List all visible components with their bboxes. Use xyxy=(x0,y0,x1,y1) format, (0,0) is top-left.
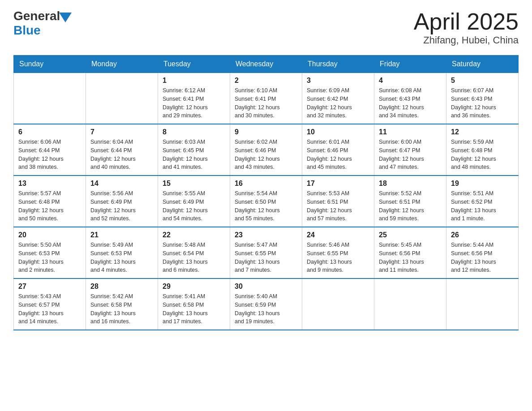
day-info: Sunrise: 6:04 AM Sunset: 6:44 PM Dayligh… xyxy=(90,138,153,171)
day-cell: 11Sunrise: 6:00 AM Sunset: 6:47 PM Dayli… xyxy=(374,124,446,176)
day-number: 13 xyxy=(18,180,81,188)
day-info: Sunrise: 5:46 AM Sunset: 6:55 PM Dayligh… xyxy=(307,241,369,274)
day-cell: 25Sunrise: 5:45 AM Sunset: 6:56 PM Dayli… xyxy=(374,227,446,278)
day-info: Sunrise: 5:44 AM Sunset: 6:56 PM Dayligh… xyxy=(451,241,514,274)
day-cell: 14Sunrise: 5:56 AM Sunset: 6:49 PM Dayli… xyxy=(86,176,158,227)
day-info: Sunrise: 5:54 AM Sunset: 6:50 PM Dayligh… xyxy=(235,189,297,223)
day-cell: 15Sunrise: 5:55 AM Sunset: 6:49 PM Dayli… xyxy=(158,176,230,227)
day-number: 3 xyxy=(307,77,369,85)
week-row-1: 1Sunrise: 6:12 AM Sunset: 6:41 PM Daylig… xyxy=(14,73,519,124)
week-row-4: 20Sunrise: 5:50 AM Sunset: 6:53 PM Dayli… xyxy=(14,227,519,278)
day-number: 29 xyxy=(163,283,225,291)
day-info: Sunrise: 5:55 AM Sunset: 6:49 PM Dayligh… xyxy=(163,189,225,223)
header-day-friday: Friday xyxy=(374,56,446,73)
day-number: 23 xyxy=(235,231,297,239)
day-number: 30 xyxy=(235,283,297,291)
day-info: Sunrise: 5:40 AM Sunset: 6:59 PM Dayligh… xyxy=(235,292,297,326)
header-day-wednesday: Wednesday xyxy=(230,56,302,73)
day-cell xyxy=(86,73,158,124)
logo-blue: Blue xyxy=(13,23,72,38)
day-info: Sunrise: 5:48 AM Sunset: 6:54 PM Dayligh… xyxy=(163,241,225,274)
day-info: Sunrise: 5:43 AM Sunset: 6:57 PM Dayligh… xyxy=(18,292,81,326)
day-number: 2 xyxy=(235,77,297,85)
day-info: Sunrise: 5:49 AM Sunset: 6:53 PM Dayligh… xyxy=(90,241,153,274)
calendar-subtitle: Zhifang, Hubei, China xyxy=(414,34,519,46)
day-cell: 18Sunrise: 5:52 AM Sunset: 6:51 PM Dayli… xyxy=(374,176,446,227)
calendar-header: SundayMondayTuesdayWednesdayThursdayFrid… xyxy=(14,56,519,73)
day-cell: 3Sunrise: 6:09 AM Sunset: 6:42 PM Daylig… xyxy=(302,73,374,124)
calendar-title: April 2025 xyxy=(414,9,519,34)
day-info: Sunrise: 5:45 AM Sunset: 6:56 PM Dayligh… xyxy=(379,241,442,274)
day-cell xyxy=(446,278,519,330)
calendar-body: 1Sunrise: 6:12 AM Sunset: 6:41 PM Daylig… xyxy=(14,73,519,330)
logo: General Blue xyxy=(13,9,72,38)
day-info: Sunrise: 6:07 AM Sunset: 6:43 PM Dayligh… xyxy=(451,86,514,120)
day-cell: 28Sunrise: 5:42 AM Sunset: 6:58 PM Dayli… xyxy=(86,278,158,330)
header-row: SundayMondayTuesdayWednesdayThursdayFrid… xyxy=(14,56,519,73)
day-number: 5 xyxy=(451,77,514,85)
day-cell: 10Sunrise: 6:01 AM Sunset: 6:46 PM Dayli… xyxy=(302,124,374,176)
day-info: Sunrise: 6:12 AM Sunset: 6:41 PM Dayligh… xyxy=(163,86,225,120)
day-number: 1 xyxy=(163,77,225,85)
day-cell: 30Sunrise: 5:40 AM Sunset: 6:59 PM Dayli… xyxy=(230,278,302,330)
title-block: April 2025 Zhifang, Hubei, China xyxy=(414,9,519,46)
day-number: 11 xyxy=(379,128,442,136)
day-number: 12 xyxy=(451,128,514,136)
day-cell: 5Sunrise: 6:07 AM Sunset: 6:43 PM Daylig… xyxy=(446,73,519,124)
day-number: 24 xyxy=(307,231,369,239)
day-cell: 19Sunrise: 5:51 AM Sunset: 6:52 PM Dayli… xyxy=(446,176,519,227)
day-cell: 8Sunrise: 6:03 AM Sunset: 6:45 PM Daylig… xyxy=(158,124,230,176)
day-cell: 4Sunrise: 6:08 AM Sunset: 6:43 PM Daylig… xyxy=(374,73,446,124)
day-info: Sunrise: 5:42 AM Sunset: 6:58 PM Dayligh… xyxy=(90,292,153,326)
day-cell xyxy=(302,278,374,330)
day-number: 20 xyxy=(18,231,81,239)
day-info: Sunrise: 5:51 AM Sunset: 6:52 PM Dayligh… xyxy=(451,189,514,223)
day-number: 8 xyxy=(163,128,225,136)
day-number: 16 xyxy=(235,180,297,188)
day-info: Sunrise: 6:08 AM Sunset: 6:43 PM Dayligh… xyxy=(379,86,442,120)
day-info: Sunrise: 5:50 AM Sunset: 6:53 PM Dayligh… xyxy=(18,241,81,274)
week-row-3: 13Sunrise: 5:57 AM Sunset: 6:48 PM Dayli… xyxy=(14,176,519,227)
day-cell: 17Sunrise: 5:53 AM Sunset: 6:51 PM Dayli… xyxy=(302,176,374,227)
day-number: 4 xyxy=(379,77,442,85)
calendar-table: SundayMondayTuesdayWednesdayThursdayFrid… xyxy=(13,55,519,330)
day-cell: 7Sunrise: 6:04 AM Sunset: 6:44 PM Daylig… xyxy=(86,124,158,176)
day-info: Sunrise: 6:01 AM Sunset: 6:46 PM Dayligh… xyxy=(307,138,369,171)
day-info: Sunrise: 5:57 AM Sunset: 6:48 PM Dayligh… xyxy=(18,189,81,223)
logo-triangle-icon xyxy=(59,13,72,22)
day-number: 15 xyxy=(163,180,225,188)
header-day-sunday: Sunday xyxy=(14,56,86,73)
logo-text-block: General Blue xyxy=(13,9,72,38)
day-cell: 27Sunrise: 5:43 AM Sunset: 6:57 PM Dayli… xyxy=(14,278,86,330)
day-cell: 2Sunrise: 6:10 AM Sunset: 6:41 PM Daylig… xyxy=(230,73,302,124)
day-number: 18 xyxy=(379,180,442,188)
day-info: Sunrise: 5:53 AM Sunset: 6:51 PM Dayligh… xyxy=(307,189,369,223)
logo-general: General xyxy=(13,9,60,23)
day-number: 6 xyxy=(18,128,81,136)
header-day-thursday: Thursday xyxy=(302,56,374,73)
day-info: Sunrise: 5:41 AM Sunset: 6:58 PM Dayligh… xyxy=(163,292,225,326)
day-cell: 20Sunrise: 5:50 AM Sunset: 6:53 PM Dayli… xyxy=(14,227,86,278)
day-number: 17 xyxy=(307,180,369,188)
day-number: 14 xyxy=(90,180,153,188)
day-cell: 24Sunrise: 5:46 AM Sunset: 6:55 PM Dayli… xyxy=(302,227,374,278)
day-info: Sunrise: 5:52 AM Sunset: 6:51 PM Dayligh… xyxy=(379,189,442,223)
day-number: 28 xyxy=(90,283,153,291)
day-cell xyxy=(374,278,446,330)
day-cell: 22Sunrise: 5:48 AM Sunset: 6:54 PM Dayli… xyxy=(158,227,230,278)
day-number: 21 xyxy=(90,231,153,239)
day-cell: 6Sunrise: 6:06 AM Sunset: 6:44 PM Daylig… xyxy=(14,124,86,176)
day-number: 9 xyxy=(235,128,297,136)
day-info: Sunrise: 6:10 AM Sunset: 6:41 PM Dayligh… xyxy=(235,86,297,120)
day-number: 22 xyxy=(163,231,225,239)
day-number: 7 xyxy=(90,128,153,136)
day-info: Sunrise: 6:00 AM Sunset: 6:47 PM Dayligh… xyxy=(379,138,442,171)
day-info: Sunrise: 6:06 AM Sunset: 6:44 PM Dayligh… xyxy=(18,138,81,171)
week-row-5: 27Sunrise: 5:43 AM Sunset: 6:57 PM Dayli… xyxy=(14,278,519,330)
header-day-monday: Monday xyxy=(86,56,158,73)
day-cell: 13Sunrise: 5:57 AM Sunset: 6:48 PM Dayli… xyxy=(14,176,86,227)
week-row-2: 6Sunrise: 6:06 AM Sunset: 6:44 PM Daylig… xyxy=(14,124,519,176)
day-info: Sunrise: 6:09 AM Sunset: 6:42 PM Dayligh… xyxy=(307,86,369,120)
day-info: Sunrise: 6:02 AM Sunset: 6:46 PM Dayligh… xyxy=(235,138,297,171)
day-number: 25 xyxy=(379,231,442,239)
